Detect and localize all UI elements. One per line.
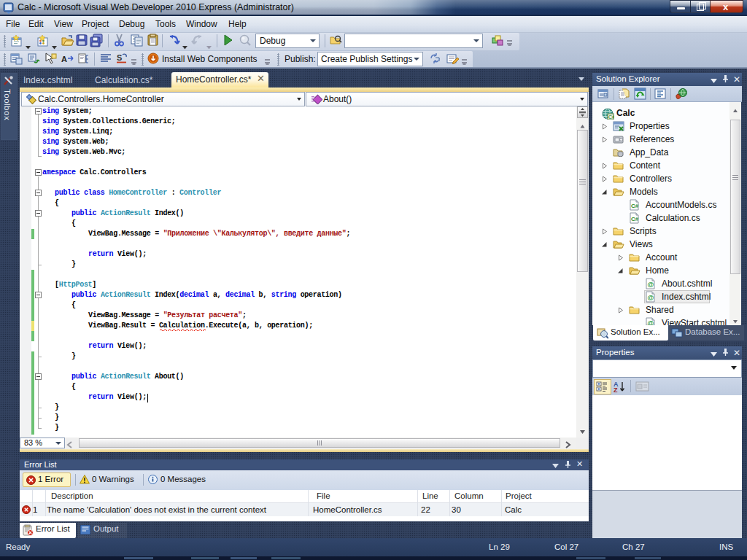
svg-text:@: @ [648, 281, 654, 288]
svg-text:@: @ [648, 294, 654, 301]
svg-text:C#: C# [631, 216, 639, 222]
svg-text:@: @ [648, 319, 654, 325]
svg-text:C#: C# [631, 203, 639, 209]
svg-text:A: A [61, 55, 67, 63]
svg-text:S: S [117, 53, 122, 62]
svg-text:Z: Z [614, 386, 618, 394]
svg-text:C#: C# [608, 114, 614, 120]
